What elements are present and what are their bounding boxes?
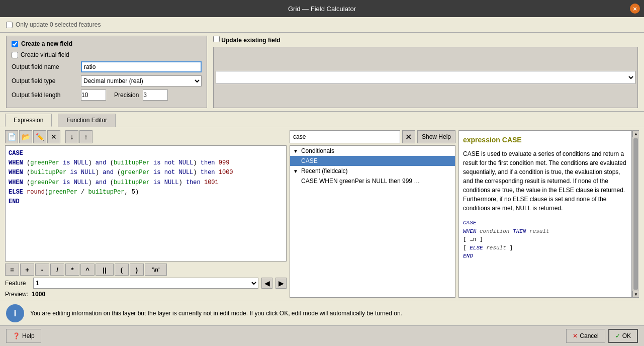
op-plus[interactable]: + (20, 264, 34, 276)
prev-feature-button[interactable]: ◀ (261, 278, 272, 289)
show-help-button[interactable]: Show Help (417, 130, 455, 143)
output-length-row: Output field length Precision (12, 90, 202, 101)
close-button[interactable]: × (630, 4, 640, 14)
op-rparen[interactable]: ) (130, 264, 144, 276)
op-newline[interactable]: '\n' (145, 264, 167, 276)
main-container: Only update 0 selected features Create a… (0, 17, 644, 346)
tab-function-editor[interactable]: Function Editor (58, 114, 116, 127)
op-equals[interactable]: = (5, 264, 19, 276)
search-panel: ✕ Show Help ▼ Conditionals CASE ▼ Recent… (290, 130, 455, 298)
export-expr-button[interactable]: ↓ (65, 130, 78, 143)
tree-item-case[interactable]: CASE (290, 156, 455, 166)
help-code-bracket2: ] (509, 245, 513, 251)
precision-input[interactable] (143, 90, 168, 101)
update-field-checkbox[interactable] (213, 36, 220, 42)
output-name-label: Output field name (12, 63, 77, 70)
tree-group-conditionals[interactable]: ▼ Conditionals (290, 146, 455, 156)
function-tree: ▼ Conditionals CASE ▼ Recent (fieldcalc)… (290, 145, 455, 298)
help-button[interactable]: ❓ Help (6, 329, 41, 343)
create-field-checkbox[interactable] (12, 41, 18, 47)
help-code-else: ELSE (470, 245, 483, 251)
op-lparen[interactable]: ( (115, 264, 129, 276)
update-field-area: Update existing field (213, 36, 638, 108)
scrollbar-thumb[interactable] (633, 138, 638, 290)
preview-label: Preview: (5, 291, 28, 298)
help-title: expression CASE (463, 135, 627, 145)
field-selector-row (213, 47, 638, 108)
output-type-row: Output field type Decimal number (real) … (12, 75, 202, 86)
tab-expression[interactable]: Expression (5, 114, 52, 127)
title-bar: Grid — Field Calculator × (0, 0, 644, 17)
preview-value: 1000 (32, 291, 45, 298)
help-code-bracket1: [ …n ] (463, 236, 483, 242)
update-field-label: Update existing field (221, 37, 280, 44)
help-area: expression CASE CASE is used to evaluate… (458, 130, 639, 298)
tree-group-recent-label: Recent (fieldcalc) (301, 167, 348, 175)
help-code-condition: condition (476, 228, 513, 234)
next-feature-button[interactable]: ▶ (275, 278, 287, 289)
top-bar: Only update 0 selected features (0, 17, 644, 33)
import-expr-button[interactable]: ↑ (79, 130, 93, 143)
output-length-input[interactable] (81, 90, 106, 101)
footer: ❓ Help ✕ Cancel ✓ OK (0, 325, 644, 346)
info-bar: i You are editing information on this la… (0, 301, 644, 325)
expression-panel: 📄 📂 ✏️ ✕ ↓ ↑ CASE WHEN (greenPer is NULL… (5, 130, 287, 298)
footer-right: ✕ Cancel ✓ OK (566, 329, 638, 343)
open-expr-button[interactable]: 📂 (19, 130, 32, 143)
tree-item-recent-case-label: CASE WHEN greenPer is NULL then 999 … (301, 178, 420, 185)
output-name-row: Output field name (12, 61, 202, 72)
output-name-input[interactable] (81, 61, 202, 72)
help-code-else-bracket: [ (463, 245, 470, 251)
scroll-down-button[interactable]: ▼ (632, 291, 639, 298)
op-concat[interactable]: || (96, 264, 114, 276)
search-row: ✕ Show Help (290, 130, 455, 143)
help-code-else-result: result (483, 245, 510, 251)
help-code-end: END (463, 253, 473, 259)
op-power[interactable]: ^ (80, 264, 95, 276)
help-code-then: THEN (513, 228, 526, 234)
new-expr-button[interactable]: 📄 (5, 130, 18, 143)
virtual-field-row: Create virtual field (12, 51, 202, 58)
op-divide[interactable]: / (50, 264, 64, 276)
help-body-text: CASE is used to evaluate a series of con… (463, 149, 627, 213)
feature-label: Feature (5, 280, 30, 287)
feature-select[interactable]: 1 (33, 278, 258, 289)
clear-search-button[interactable]: ✕ (402, 130, 415, 143)
help-scrollbar[interactable]: ▲ ▼ (632, 130, 639, 298)
tree-item-case-label: CASE (301, 157, 318, 164)
content-area: 📄 📂 ✏️ ✕ ↓ ↑ CASE WHEN (greenPer is NULL… (0, 127, 644, 301)
ok-label: OK (622, 332, 631, 339)
edit-expr-button[interactable]: ✏️ (33, 130, 46, 143)
only-update-label: Only update 0 selected features (16, 21, 101, 28)
delete-expr-button[interactable]: ✕ (47, 130, 60, 143)
op-multiply[interactable]: * (65, 264, 79, 276)
expression-editor[interactable]: CASE WHEN (greenPer is NULL) and (builtu… (5, 145, 287, 262)
operator-bar: = + - / * ^ || ( ) '\n' (5, 264, 287, 276)
tree-group-recent[interactable]: ▼ Recent (fieldcalc) (290, 166, 455, 176)
search-input[interactable] (290, 130, 400, 143)
cancel-button[interactable]: ✕ Cancel (566, 329, 605, 343)
existing-field-select[interactable] (216, 71, 635, 84)
expression-toolbar: 📄 📂 ✏️ ✕ ↓ ↑ (5, 130, 287, 143)
tree-item-recent-case[interactable]: CASE WHEN greenPer is NULL then 999 … (290, 176, 455, 186)
precision-label: Precision (114, 92, 139, 99)
only-update-checkbox[interactable] (6, 22, 13, 28)
create-field-header: Create a new field (12, 40, 202, 47)
tree-arrow-recent: ▼ (293, 168, 298, 174)
tree-arrow-conditionals: ▼ (293, 148, 298, 154)
virtual-field-label: Create virtual field (21, 51, 69, 58)
ok-button[interactable]: ✓ OK (608, 329, 638, 343)
output-type-select[interactable]: Decimal number (real) Whole number (inte… (81, 75, 202, 86)
output-length-label: Output field length (12, 92, 77, 99)
footer-left: ❓ Help (6, 329, 41, 343)
help-code-case: CASE (463, 220, 476, 226)
scroll-up-button[interactable]: ▲ (632, 130, 639, 137)
help-code-when: WHEN (463, 228, 476, 234)
preview-row: Preview: 1000 (5, 291, 287, 298)
form-area: Create a new field Create virtual field … (0, 33, 644, 112)
help-panel: expression CASE CASE is used to evaluate… (458, 130, 632, 298)
create-field-panel: Create a new field Create virtual field … (6, 36, 207, 108)
virtual-field-checkbox[interactable] (12, 52, 18, 58)
feature-row: Feature 1 ◀ ▶ (5, 278, 287, 289)
op-minus[interactable]: - (35, 264, 49, 276)
